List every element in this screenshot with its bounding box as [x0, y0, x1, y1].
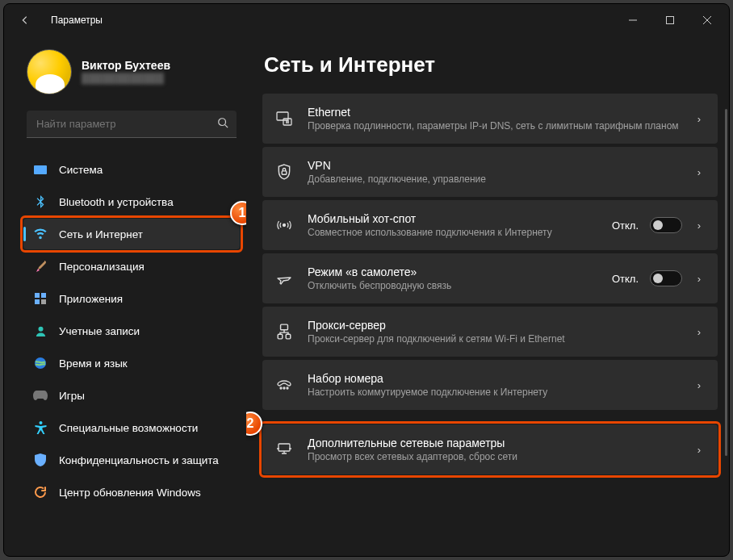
sidebar: Виктор Бухтеев ████████████ Система — [4, 36, 246, 556]
titlebar: Параметры — [4, 4, 729, 36]
sidebar-item-label: Система — [59, 164, 103, 176]
search-input[interactable] — [35, 117, 217, 131]
sidebar-item-time-language[interactable]: Время и язык — [23, 348, 240, 378]
card-advanced-network[interactable]: Дополнительные сетевые параметры Просмот… — [262, 424, 718, 474]
card-subtitle: Прокси-сервер для подключений к сетям Wi… — [308, 332, 679, 345]
toggle-state-label: Откл. — [612, 219, 639, 232]
card-subtitle: Совместное использование подключения к И… — [308, 226, 597, 239]
svg-point-17 — [283, 387, 285, 389]
card-subtitle: Просмотр всех сетевых адаптеров, сброс с… — [308, 450, 679, 463]
ethernet-icon — [275, 111, 293, 126]
chevron-right-icon: › — [693, 444, 705, 456]
sidebar-item-system[interactable]: Система — [23, 154, 240, 185]
svg-rect-13 — [281, 324, 288, 330]
sidebar-item-privacy[interactable]: Конфиденциальность и защита — [23, 445, 240, 475]
card-ethernet[interactable]: Ethernet Проверка подлинности, параметры… — [262, 94, 718, 144]
card-subtitle: Добавление, подключение, управление — [308, 173, 679, 186]
toggle-state-label: Откл. — [612, 273, 639, 285]
card-title: Дополнительные сетевые параметры — [308, 436, 679, 450]
card-subtitle: Проверка подлинности, параметры IP-и DNS… — [308, 119, 679, 132]
search-icon — [217, 117, 228, 132]
page-heading: Сеть и Интернет — [264, 52, 718, 77]
hotspot-icon — [275, 218, 293, 232]
avatar — [27, 49, 72, 94]
card-dialup[interactable]: Набор номера Настроить коммутируемое под… — [262, 360, 718, 410]
svg-point-16 — [280, 387, 282, 389]
sidebar-item-accounts[interactable]: Учетные записи — [23, 316, 240, 346]
bluetooth-icon — [33, 194, 48, 209]
phone-icon — [275, 378, 293, 391]
sidebar-nav: Система Bluetooth и устройства Сеть и Ин… — [23, 154, 240, 508]
card-title: Прокси-сервер — [308, 318, 679, 332]
hotspot-toggle[interactable] — [650, 217, 682, 233]
svg-rect-5 — [41, 299, 46, 304]
sidebar-item-label: Центр обновления Windows — [59, 487, 201, 499]
chevron-right-icon: › — [693, 379, 705, 391]
settings-window: Параметры Виктор Бухтеев ████████████ — [3, 3, 730, 557]
gamepad-icon — [33, 388, 48, 403]
search-box[interactable] — [27, 111, 237, 138]
main-content: Сеть и Интернет Ethernet Проверка подлин… — [246, 36, 729, 556]
card-proxy[interactable]: Прокси-сервер Прокси-сервер для подключе… — [262, 307, 718, 357]
svg-rect-14 — [278, 334, 283, 339]
card-airplane-mode[interactable]: Режим «в самолете» Отключить беспроводну… — [262, 253, 718, 303]
svg-rect-19 — [279, 444, 290, 451]
sidebar-item-label: Специальные возможности — [59, 422, 198, 434]
sidebar-item-label: Конфиденциальность и защита — [59, 454, 219, 466]
card-subtitle: Настроить коммутируемое подключение к Ин… — [308, 386, 679, 399]
svg-rect-10 — [283, 119, 291, 125]
minimize-button[interactable] — [614, 7, 651, 33]
profile-block[interactable]: Виктор Бухтеев ████████████ — [23, 49, 240, 94]
person-icon — [33, 324, 48, 338]
chevron-right-icon: › — [693, 166, 705, 178]
sidebar-item-accessibility[interactable]: Специальные возможности — [23, 412, 240, 443]
system-icon — [33, 162, 48, 177]
sidebar-item-network[interactable]: Сеть и Интернет — [23, 219, 240, 249]
sidebar-item-label: Персонализация — [59, 261, 145, 273]
chevron-right-icon: › — [693, 326, 705, 338]
airplane-icon — [275, 271, 293, 286]
svg-point-12 — [283, 224, 286, 227]
scrollbar[interactable] — [725, 109, 727, 456]
brush-icon — [33, 259, 48, 274]
card-hotspot[interactable]: Мобильный хот-спот Совместное использова… — [262, 200, 718, 250]
sidebar-item-gaming[interactable]: Игры — [23, 380, 240, 411]
sidebar-item-label: Сеть и Интернет — [59, 228, 143, 240]
chevron-right-icon: › — [693, 273, 705, 285]
sidebar-item-apps[interactable]: Приложения — [23, 283, 240, 314]
chevron-right-icon: › — [693, 113, 705, 125]
profile-name: Виктор Бухтеев — [82, 59, 170, 73]
vpn-shield-icon — [275, 164, 293, 180]
sidebar-item-bluetooth[interactable]: Bluetooth и устройства — [23, 186, 240, 217]
svg-point-6 — [38, 326, 43, 331]
svg-point-18 — [287, 387, 288, 389]
globe-icon — [33, 356, 48, 370]
chevron-right-icon: › — [693, 219, 705, 232]
airplane-toggle[interactable] — [650, 270, 682, 286]
shield-icon — [33, 453, 48, 467]
sidebar-item-label: Время и язык — [59, 357, 128, 370]
card-title: Режим «в самолете» — [308, 265, 597, 279]
profile-email: ████████████ — [82, 73, 170, 85]
card-title: Ethernet — [308, 105, 679, 119]
svg-rect-4 — [35, 299, 40, 304]
sidebar-item-label: Bluetooth и устройства — [59, 196, 174, 208]
card-vpn[interactable]: VPN Добавление, подключение, управление … — [262, 147, 718, 197]
advanced-network-icon — [275, 442, 293, 457]
svg-rect-0 — [667, 17, 674, 24]
svg-point-1 — [219, 118, 226, 125]
apps-icon — [33, 291, 48, 306]
close-button[interactable] — [689, 7, 726, 33]
maximize-button[interactable] — [651, 7, 689, 33]
card-subtitle: Отключить беспроводную связь — [308, 279, 597, 292]
update-icon — [33, 485, 48, 499]
annotation-badge-2: 2 — [246, 412, 262, 436]
card-title: VPN — [308, 158, 679, 173]
svg-rect-11 — [282, 171, 287, 174]
sidebar-item-windows-update[interactable]: Центр обновления Windows — [23, 477, 240, 508]
sidebar-item-label: Приложения — [59, 293, 123, 305]
back-button[interactable] — [14, 9, 36, 31]
svg-rect-15 — [286, 334, 291, 339]
sidebar-item-personalization[interactable]: Персонализация — [23, 251, 240, 282]
accessibility-icon — [33, 420, 48, 435]
